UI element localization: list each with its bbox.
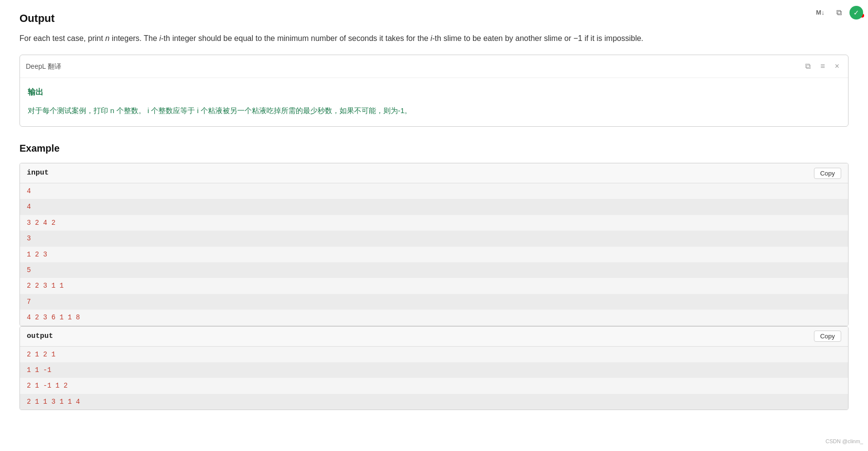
deepl-menu-icon[interactable]: ≡ (817, 59, 828, 74)
input-line-4: 1 2 3 (20, 247, 848, 262)
output-line-2: 2 1 -1 1 2 (20, 378, 848, 393)
input-header: input Copy (20, 163, 848, 183)
output-code-block: output Copy 2 1 2 11 1 -12 1 -1 1 22 1 1… (19, 326, 849, 411)
output-code-content: 2 1 2 11 1 -12 1 -1 1 22 1 1 3 1 1 4 (20, 347, 848, 410)
deepl-subtitle: 输出 (28, 86, 840, 98)
deepl-close-icon[interactable]: × (832, 59, 842, 74)
check-icon-btn[interactable]: ✓ (849, 6, 863, 20)
deepl-copy-icon[interactable]: ⧉ (802, 59, 813, 74)
input-label: input (27, 167, 49, 179)
input-line-2: 3 2 4 2 (20, 215, 848, 231)
output-line-1: 1 1 -1 (20, 362, 848, 378)
input-line-7: 7 (20, 294, 848, 310)
output-line-0: 2 1 2 1 (20, 347, 848, 362)
check-icon: ✓ (853, 7, 859, 18)
input-code-block: input Copy 443 2 4 231 2 352 2 3 1 174 2… (19, 163, 849, 326)
input-line-5: 5 (20, 262, 848, 278)
math-i1: i (159, 34, 161, 42)
output-title: Output (19, 10, 849, 27)
deepl-title: DeepL 翻译 (26, 61, 798, 72)
math-n: n (105, 34, 110, 42)
example-section: Example input Copy 443 2 4 231 2 352 2 3… (19, 140, 849, 410)
deepl-content: 输出 对于每个测试案例，打印 n 个整数。 i 个整数应等于 i 个粘液被另一个… (20, 78, 848, 126)
deepl-translation-box: DeepL 翻译 ⧉ ≡ × 输出 对于每个测试案例，打印 n 个整数。 i 个… (19, 55, 849, 127)
top-icons-area: M↓ ⧉ ✓ (812, 5, 863, 20)
input-line-1: 4 (20, 199, 848, 215)
output-copy-button[interactable]: Copy (814, 331, 841, 342)
markdown-icon-btn[interactable]: M↓ (812, 5, 828, 20)
markdown-icon: M↓ (816, 8, 824, 18)
copy-top-icon: ⧉ (836, 6, 842, 19)
input-code-content: 443 2 4 231 2 352 2 3 1 174 2 3 6 1 1 8 (20, 183, 848, 326)
output-line-3: 2 1 1 3 1 1 4 (20, 394, 848, 410)
input-line-3: 3 (20, 231, 848, 246)
output-section: Output For each test case, print n integ… (19, 10, 849, 45)
example-title: Example (19, 140, 849, 156)
input-line-8: 4 2 3 6 1 1 8 (20, 310, 848, 325)
output-header: output Copy (20, 327, 848, 347)
copy-top-icon-btn[interactable]: ⧉ (831, 5, 847, 20)
deepl-header: DeepL 翻译 ⧉ ≡ × (20, 55, 848, 78)
input-line-6: 2 2 3 1 1 (20, 278, 848, 294)
input-copy-button[interactable]: Copy (814, 168, 841, 179)
deepl-translated-text: 对于每个测试案例，打印 n 个整数。 i 个整数应等于 i 个粘液被另一个粘液吃… (28, 104, 840, 117)
output-label: output (27, 331, 53, 342)
input-line-0: 4 (20, 183, 848, 199)
math-i2: i (431, 34, 433, 42)
output-description: For each test case, print n integers. Th… (19, 32, 849, 45)
